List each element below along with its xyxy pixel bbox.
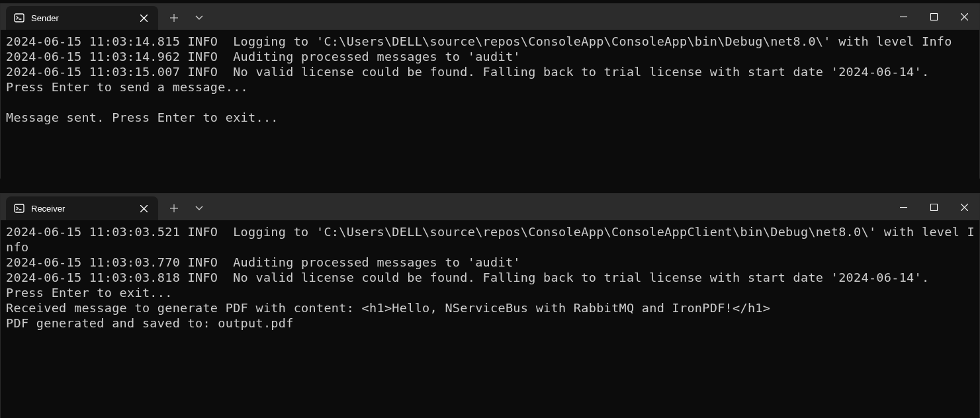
terminal-output[interactable]: 2024-06-15 11:03:14.815 INFO Logging to …: [1, 30, 979, 179]
terminal-window-sender: Sender: [0, 3, 980, 179]
close-window-button[interactable]: [949, 194, 979, 220]
tab-dropdown-button[interactable]: [187, 6, 211, 30]
minimize-button[interactable]: [888, 194, 918, 220]
plus-icon: [170, 14, 178, 22]
minimize-button[interactable]: [888, 3, 918, 30]
svg-rect-0: [15, 14, 24, 22]
close-window-button[interactable]: [949, 3, 979, 30]
close-icon: [961, 204, 968, 211]
svg-rect-10: [15, 204, 24, 212]
terminal-icon: [14, 13, 24, 23]
new-tab-button[interactable]: [162, 6, 186, 30]
chevron-down-icon: [195, 15, 203, 21]
chevron-down-icon: [195, 206, 203, 211]
maximize-button[interactable]: [918, 3, 949, 30]
minimize-icon: [900, 13, 907, 21]
svg-rect-7: [930, 13, 937, 20]
tab-dropdown-button[interactable]: [187, 196, 211, 220]
terminal-window-receiver: Receiver: [0, 193, 980, 418]
svg-rect-17: [930, 204, 937, 210]
maximize-icon: [930, 204, 938, 211]
new-tab-button[interactable]: [162, 196, 186, 220]
close-icon: [140, 205, 148, 212]
tab-well: Sender: [1, 3, 888, 30]
plus-icon: [170, 204, 178, 212]
terminal-output[interactable]: 2024-06-15 11:03:03.521 INFO Logging to …: [1, 220, 979, 418]
close-tab-button[interactable]: [137, 11, 150, 24]
tab-well: Receiver: [1, 194, 888, 220]
close-icon: [961, 13, 968, 21]
tab-sender[interactable]: Sender: [6, 6, 158, 30]
titlebar: Sender: [1, 3, 979, 30]
tab-title: Receiver: [31, 204, 130, 214]
window-controls: [888, 3, 979, 30]
tab-receiver[interactable]: Receiver: [6, 196, 158, 220]
maximize-button[interactable]: [918, 194, 949, 220]
close-icon: [140, 15, 148, 22]
window-controls: [888, 194, 979, 220]
close-tab-button[interactable]: [137, 202, 150, 215]
titlebar: Receiver: [1, 194, 979, 220]
minimize-icon: [900, 204, 907, 211]
terminal-icon: [14, 203, 24, 214]
maximize-icon: [930, 13, 938, 21]
tab-actions: [162, 6, 211, 30]
tab-title: Sender: [31, 13, 130, 23]
tab-actions: [162, 196, 211, 220]
